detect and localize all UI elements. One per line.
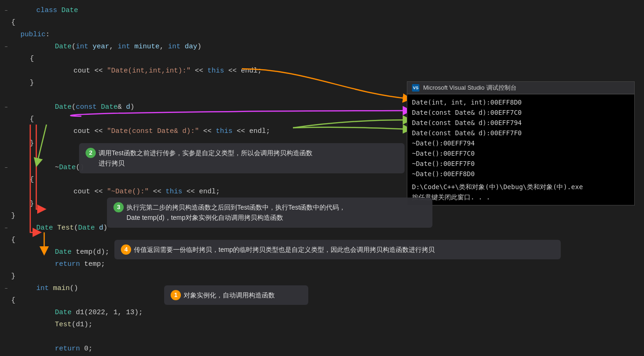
- fold-icon-24[interactable]: −: [5, 283, 11, 295]
- console-line-7: ~Date():00EFF7F0: [412, 158, 630, 169]
- console-line-10: 按任意键关闭此窗口. . .: [412, 192, 630, 202]
- tooltip-4-text: 传值返回需要一份临时拷贝，temp的临时拷贝类型也是自定义类型，因此也会调用拷贝…: [134, 244, 435, 255]
- badge-3: 3: [113, 202, 124, 212]
- code-line-16: cout << "~Date():" << this << endl;: [0, 186, 405, 198]
- fold-icon-14[interactable]: −: [5, 162, 11, 174]
- code-line-22: return temp;: [0, 258, 405, 270]
- console-line-8: ~Date():00EFF8D0: [412, 169, 630, 179]
- code-line-29: return 0;: [0, 343, 405, 355]
- console-title: Microsoft Visual Studio 调试控制台: [423, 84, 517, 92]
- tooltip-3-text: 执行完第二步的拷贝构造函数之后回到Test函数中，执行Test函数中的代码，Da…: [126, 202, 345, 223]
- tooltip-3: 3 执行完第二步的拷贝构造函数之后回到Test函数中，执行Test函数中的代码，…: [107, 198, 432, 228]
- code-line-6: cout << "Date(int,int,int):" << this << …: [0, 65, 405, 77]
- console-panel: VS Microsoft Visual Studio 调试控制台 Date(in…: [407, 81, 635, 205]
- console-line-9: D:\Code\C++\类和对象(中)\Debug\类和对象(中).exe: [412, 182, 630, 192]
- console-line-2: Date(const Date& d):00EFF7C0: [412, 107, 630, 118]
- fold-icon-1[interactable]: −: [5, 5, 11, 17]
- code-line-4: − Date(int year, int minute, int day): [0, 41, 405, 53]
- tooltip-4: 4 传值返回需要一份临时拷贝，temp的临时拷贝类型也是自定义类型，因此也会调用…: [114, 240, 561, 259]
- badge-2: 2: [86, 148, 96, 158]
- console-line-4: Date(const Date& d):00EFF7F0: [412, 128, 630, 138]
- vs-icon: VS: [412, 84, 419, 92]
- fold-icon-9[interactable]: −: [5, 101, 11, 113]
- tooltip-2-text: 调用Test函数之前进行传参，实参是自定义类型，所以会调用拷贝构造函数进行拷贝: [99, 148, 312, 169]
- fold-icon-19[interactable]: −: [5, 222, 11, 234]
- badge-1: 1: [171, 290, 181, 300]
- console-line-5: ~Date():00EFF794: [412, 138, 630, 148]
- code-line-11: cout << "Date(const Date& d):" << this <…: [0, 125, 405, 138]
- code-line-9: − Date(const Date& d): [0, 101, 405, 113]
- code-line-27: Test(d1);: [0, 319, 405, 331]
- console-line-6: ~Date():00EFF7C0: [412, 148, 630, 158]
- code-line-1: − class Date: [0, 5, 405, 17]
- console-titlebar: VS Microsoft Visual Studio 调试控制台: [407, 82, 634, 94]
- console-body: Date(int, int, int):00EFF8D0 Date(const …: [407, 94, 634, 205]
- tooltip-2: 2 调用Test函数之前进行传参，实参是自定义类型，所以会调用拷贝构造函数进行拷…: [79, 143, 405, 173]
- fold-icon-4[interactable]: −: [5, 41, 11, 53]
- console-line-3: Date(const Date& d):00EFF794: [412, 118, 630, 128]
- console-line-1: Date(int, int, int):00EFF8D0: [412, 97, 630, 107]
- code-line-2: {: [0, 17, 405, 29]
- code-line-7: }: [0, 77, 405, 89]
- tooltip-1: 1 对象实例化，自动调用构造函数: [164, 285, 308, 305]
- badge-4: 4: [121, 244, 131, 255]
- tooltip-1-text: 对象实例化，自动调用构造函数: [184, 290, 275, 300]
